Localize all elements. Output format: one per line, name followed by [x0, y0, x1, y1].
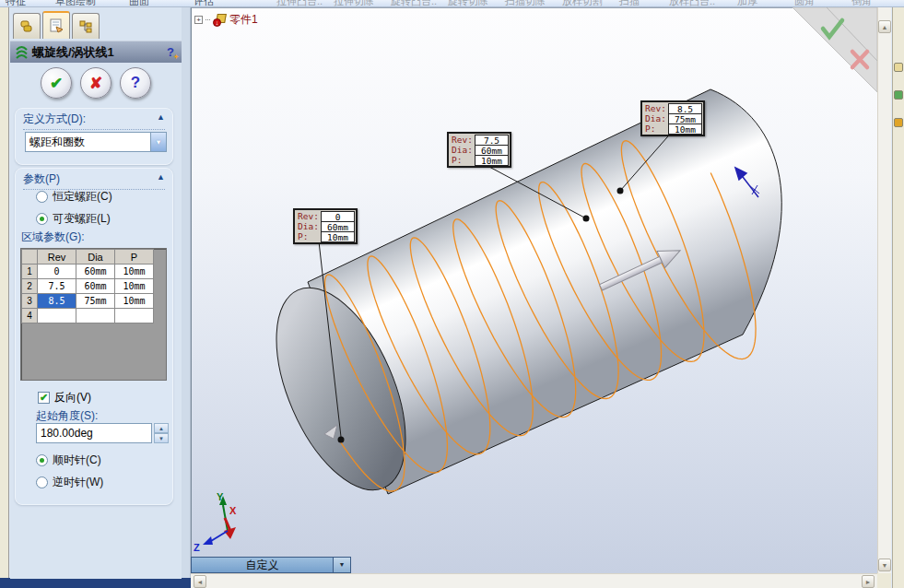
region-parameters-table: Rev Dia P 1 0 60mm 10mm 2 7.5 60mm 10mm … — [21, 249, 154, 323]
helix-callout: Rev:7.5 Dia:60mm P:10mm — [447, 132, 511, 168]
radio-icon — [36, 191, 48, 203]
confirm-button-row: ✔ ✘ ? — [10, 67, 182, 106]
toolbar-button[interactable]: 倒角 — [851, 0, 872, 7]
variable-pitch-radio[interactable]: 可变螺距(L) — [36, 211, 111, 227]
toolbar-button[interactable]: 拉伸切除 — [334, 0, 374, 7]
constant-pitch-radio[interactable]: 恒定螺距(C) — [36, 189, 112, 205]
definition-dropdown-value: 螺距和圈数 — [26, 135, 150, 150]
feature-title: 螺旋线/涡状线1 — [32, 44, 164, 61]
tree-root-label[interactable]: 零件1 — [229, 12, 258, 28]
region-parameters-box: Rev Dia P 1 0 60mm 10mm 2 7.5 60mm 10mm … — [20, 248, 167, 381]
cylinder-body[interactable] — [250, 89, 781, 509]
start-angle-label: 起始角度(S): — [36, 408, 98, 424]
helix-icon — [15, 45, 29, 60]
tree-expand-icon[interactable]: + — [194, 16, 203, 24]
toolbar-button[interactable]: 放样切割 — [562, 0, 603, 7]
part-icon: ↓ — [213, 14, 227, 27]
triad-z-label: Z — [194, 542, 200, 553]
window-bottom-edge — [0, 578, 191, 588]
feature-tree: + ↓ 零件1 — [194, 12, 258, 28]
callout-p-value[interactable]: 10mm — [475, 155, 509, 166]
toolbar-button[interactable]: 拉伸凸台.. — [276, 0, 323, 7]
top-toolbar: 特征 草图绘制 曲面 评估 拉伸凸台.. 拉伸切除 旋转凸台.. 旋转切除 扫描… — [0, 0, 904, 7]
scroll-right-icon[interactable]: ► — [862, 575, 875, 588]
radio-icon — [36, 476, 48, 488]
parameters-header: 参数(P) ▲ — [23, 171, 165, 190]
definition-header: 定义方式(D): ▲ — [23, 112, 165, 130]
clockwise-radio[interactable]: 顺时针(C) — [36, 453, 101, 468]
start-angle-input[interactable]: 180.00deg — [36, 423, 152, 443]
confirmation-corner — [792, 7, 877, 92]
checkbox-check-icon: ✔ — [38, 392, 50, 404]
table-row: 3 8.5 75mm 10mm — [22, 294, 154, 309]
rebuild-badge-icon: ↓ — [213, 18, 221, 27]
toolbar-button[interactable]: 加厚 — [737, 0, 757, 7]
task-pane-icon[interactable] — [894, 118, 903, 127]
task-pane-icon[interactable] — [894, 90, 903, 100]
toolbar-button[interactable]: 扫描 — [619, 0, 640, 7]
definition-group: 定义方式(D): ▲ 螺距和圈数 ▼ — [15, 108, 173, 165]
table-row: 4 — [22, 309, 154, 323]
feature-tree-icon — [19, 19, 34, 34]
configuration-icon — [78, 19, 93, 34]
spin-down-icon[interactable]: ▼ — [154, 433, 169, 443]
reverse-direction-checkbox[interactable]: ✔ 反向(V) — [38, 390, 91, 406]
spin-up-icon[interactable]: ▲ — [154, 423, 169, 433]
scrollbar-corner — [877, 573, 891, 588]
table-row: 1 0 60mm 10mm — [22, 265, 154, 279]
scroll-left-icon[interactable]: ◄ — [194, 575, 206, 588]
start-angle-stepper: ▲ ▼ — [154, 423, 169, 443]
tab-configuration-manager[interactable] — [72, 13, 100, 39]
ok-button[interactable]: ✔ — [41, 67, 72, 99]
task-pane-icon[interactable] — [894, 63, 903, 72]
helix-callout: Rev:0 Dia:60mm P:10mm — [293, 208, 358, 244]
cancel-button[interactable]: ✘ — [80, 67, 112, 99]
table-header-row: Rev Dia P — [22, 250, 154, 265]
callout-p-value[interactable]: 10mm — [668, 123, 702, 135]
view-orientation-value: 自定义 — [192, 558, 333, 572]
orientation-triad: Y X Z — [194, 491, 237, 553]
scroll-down-icon[interactable]: ▼ — [878, 559, 891, 571]
tree-connector — [205, 19, 210, 20]
collapse-arrow-icon[interactable]: ▲ — [157, 172, 165, 182]
radio-selected-icon — [36, 213, 48, 225]
vertical-scrollbar[interactable]: ▲ ▼ — [877, 7, 891, 573]
toolbar-menu[interactable]: 评估 — [194, 0, 214, 7]
region-parameters-label: 区域参数(G): — [21, 229, 85, 245]
definition-dropdown[interactable]: 螺距和圈数 ▼ — [25, 132, 167, 152]
toolbar-button[interactable]: 扫描切除 — [505, 0, 546, 7]
toolbar-menu[interactable]: 草图绘制 — [55, 0, 96, 7]
table-row: 2 7.5 60mm 10mm — [22, 279, 154, 294]
toolbar-button[interactable]: 旋转凸台.. — [391, 0, 437, 7]
property-sheet-icon — [49, 18, 64, 33]
panel-splitter[interactable] — [182, 7, 191, 578]
scroll-up-icon[interactable]: ▲ — [878, 20, 891, 33]
callout-p-value[interactable]: 10mm — [321, 231, 355, 242]
toolbar-button[interactable]: 圆角 — [794, 0, 815, 7]
help-button[interactable]: ? — [120, 67, 151, 99]
toolbar-button[interactable]: 放样凸台.. — [669, 0, 715, 7]
feature-title-bar: 螺旋线/涡状线1 ?✦ — [10, 41, 182, 63]
toolbar-menu[interactable]: 特征 — [6, 0, 26, 7]
triad-x-label: X — [229, 505, 237, 516]
model-scene[interactable]: Y X Z — [191, 7, 877, 573]
collapse-arrow-icon[interactable]: ▲ — [157, 112, 165, 122]
radio-selected-icon — [36, 454, 48, 466]
triad-y-label: Y — [217, 491, 224, 502]
toolbar-menu[interactable]: 曲面 — [129, 0, 149, 7]
chevron-down-icon[interactable]: ▼ — [333, 558, 350, 572]
window-left-edge — [0, 7, 9, 579]
toolbar-button[interactable]: 旋转切除 — [448, 0, 488, 7]
selected-cell[interactable]: 8.5 — [38, 294, 76, 309]
counterclockwise-radio[interactable]: 逆时针(W) — [36, 475, 103, 490]
help-icon[interactable]: ?✦ — [164, 45, 177, 59]
parameters-group: 参数(P) ▲ 恒定螺距(C) 可变螺距(L) 区域参数(G): Rev Dia… — [15, 168, 173, 505]
tab-property-manager[interactable] — [42, 11, 70, 39]
tab-feature-manager[interactable] — [13, 13, 41, 39]
chevron-down-icon[interactable]: ▼ — [150, 133, 166, 151]
star-icon: ✦ — [173, 53, 179, 61]
helix-callout: Rev:8.5 Dia:75mm P:10mm — [640, 100, 705, 136]
view-orientation-selector[interactable]: 自定义 ▼ — [191, 557, 351, 573]
horizontal-scrollbar[interactable]: ◄ ► — [191, 573, 877, 588]
